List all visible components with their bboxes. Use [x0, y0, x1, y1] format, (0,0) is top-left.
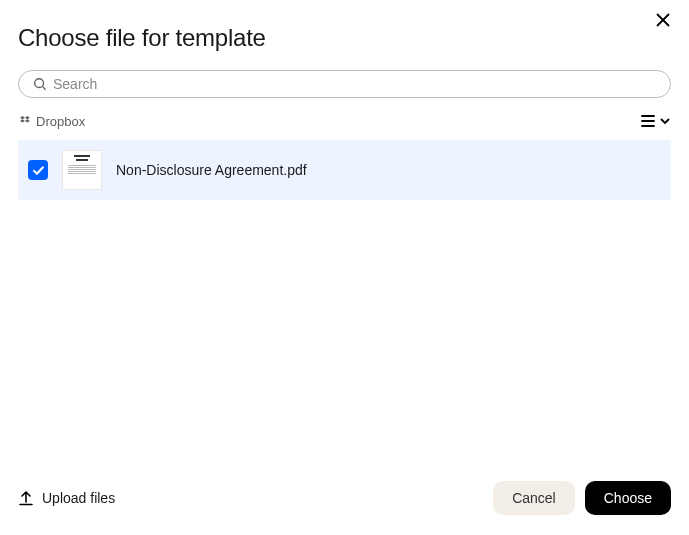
dropbox-icon	[18, 114, 32, 128]
upload-files-button[interactable]: Upload files	[18, 490, 115, 506]
chevron-down-icon	[659, 115, 671, 127]
close-button[interactable]	[651, 8, 675, 32]
cancel-button[interactable]: Cancel	[493, 481, 575, 515]
search-icon	[33, 77, 47, 91]
search-input[interactable]	[53, 76, 656, 92]
file-list: Non-Disclosure Agreement.pdf	[0, 140, 689, 200]
view-toggle[interactable]	[639, 112, 671, 130]
upload-icon	[18, 490, 34, 506]
modal-title: Choose file for template	[0, 0, 689, 70]
search-box[interactable]	[18, 70, 671, 98]
svg-line-3	[43, 87, 46, 90]
svg-point-2	[35, 79, 44, 88]
file-checkbox[interactable]	[28, 160, 48, 180]
footer-actions: Cancel Choose	[493, 481, 671, 515]
check-icon	[32, 164, 45, 177]
file-thumbnail	[62, 150, 102, 190]
file-name: Non-Disclosure Agreement.pdf	[116, 162, 307, 178]
file-row[interactable]: Non-Disclosure Agreement.pdf	[18, 140, 671, 200]
upload-label: Upload files	[42, 490, 115, 506]
breadcrumb-dropbox[interactable]: Dropbox	[18, 114, 85, 129]
list-icon	[639, 112, 657, 130]
breadcrumb-label: Dropbox	[36, 114, 85, 129]
choose-button[interactable]: Choose	[585, 481, 671, 515]
close-icon	[655, 12, 671, 28]
